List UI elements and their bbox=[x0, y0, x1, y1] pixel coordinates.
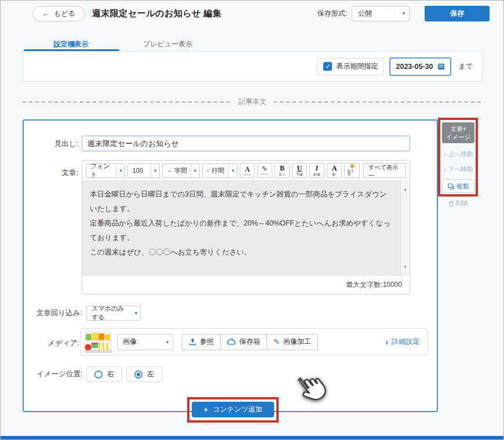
heading-value: 週末限定セールのお知らせ bbox=[87, 139, 179, 149]
position-right-label: 右 bbox=[107, 369, 114, 379]
emoji-smiley-icon bbox=[349, 164, 356, 168]
image-edit-label: 画像加工 bbox=[283, 337, 311, 347]
font-size-value: 100 bbox=[132, 167, 143, 174]
image-position-row: イメージ位置: 右 左 bbox=[36, 366, 162, 382]
chevron-right-icon: › bbox=[385, 338, 388, 346]
underline-button[interactable]: U 下線 bbox=[292, 163, 307, 178]
italic-glyph: I bbox=[316, 165, 319, 172]
header: ← もどる 週末限定セールのお知らせ 編集 保存形式: 公開 ▾ 保存 bbox=[32, 5, 490, 21]
detail-settings-link[interactable]: › 詳細設定 bbox=[385, 337, 419, 347]
save-button[interactable]: 保存 bbox=[425, 6, 490, 21]
down-arrow-icon: ↓ bbox=[444, 166, 447, 173]
move-up-button[interactable]: ↑ 上へ移動 bbox=[442, 150, 474, 158]
image-edit-button[interactable]: ✎ 画像加工 bbox=[266, 334, 318, 350]
emoji-button[interactable]: 絵文字 bbox=[344, 163, 360, 178]
heading-input[interactable]: 週末限定セールのお知らせ bbox=[82, 136, 410, 151]
max-chars-label: 最大文字数:10000 bbox=[346, 280, 402, 290]
storage-box-label: 保存箱 bbox=[239, 337, 260, 347]
underline-glyph: U bbox=[297, 165, 302, 172]
media-row: 画像 ▾ 参照 保存箱 ✎ 画像加工 › 詳細設定 bbox=[81, 328, 428, 355]
block-type-line2: イメージ bbox=[442, 133, 474, 141]
text-wrap-select[interactable]: スマホのみする ▾ bbox=[86, 306, 141, 321]
cloud-icon bbox=[227, 339, 236, 345]
caret-down-icon: ▾ bbox=[228, 164, 237, 177]
checkbox-checked-icon[interactable]: ✓ bbox=[323, 62, 332, 71]
save-format-select[interactable]: 公開 ▾ bbox=[352, 6, 410, 21]
media-type-value: 画像 bbox=[123, 337, 137, 347]
caret-down-icon: ▾ bbox=[151, 164, 159, 177]
media-type-select[interactable]: 画像 ▾ bbox=[117, 334, 173, 350]
article-body-divider: 記事本文 bbox=[23, 97, 483, 107]
delete-button[interactable]: 削除 bbox=[442, 199, 474, 208]
shadow-button[interactable]: A 影 bbox=[327, 163, 342, 178]
shadow-sub-label: 影 bbox=[333, 173, 336, 176]
char-spacing-select[interactable]: ↔ 字間 ▾ bbox=[162, 163, 200, 178]
tab-preview-view[interactable]: プレビュー表示 bbox=[119, 36, 216, 53]
display-period-checkbox-group[interactable]: ✓ 表示期間指定 bbox=[317, 58, 384, 75]
text-wrap-row: 文章回り込み: スマホのみする ▾ bbox=[36, 306, 141, 321]
caret-down-icon: ▾ bbox=[191, 164, 199, 177]
editor-toolbar: フォント ▾ 100 ▾ ↔ 字間 ▾ ↕ 行間 ▾ A ✎ bbox=[82, 161, 410, 180]
italic-sub-label: 斜体 bbox=[313, 173, 320, 176]
display-period-label: 表示期間指定 bbox=[336, 61, 378, 71]
image-position-label: イメージ位置: bbox=[36, 369, 82, 379]
scroll-up-icon[interactable]: ▲ bbox=[403, 182, 407, 197]
trash-icon bbox=[448, 201, 454, 207]
line-spacing-value: 行間 bbox=[211, 166, 224, 175]
divider-dash-left bbox=[23, 101, 232, 103]
display-period-panel: ✓ 表示期間指定 2023-05-30 まで bbox=[23, 51, 483, 82]
position-right-option[interactable]: 右 bbox=[86, 366, 122, 382]
line-spacing-icon: ↕ bbox=[207, 168, 210, 173]
text-wrap-value: スマホのみする bbox=[92, 304, 130, 322]
move-down-button[interactable]: ↓ 下へ移動 bbox=[442, 165, 474, 173]
upload-icon bbox=[189, 338, 196, 346]
body-textarea[interactable]: 本日金曜日から日曜日までの3日間、週末限定でキッチン雑貨の一部商品をプライスダウ… bbox=[82, 180, 410, 276]
block-type-button[interactable]: 文章+ イメージ bbox=[442, 122, 474, 143]
copy-icon bbox=[448, 183, 454, 190]
char-spacing-icon: ↔ bbox=[167, 168, 172, 173]
back-button[interactable]: ← もどる bbox=[32, 6, 85, 21]
italic-button[interactable]: I 斜体 bbox=[309, 163, 324, 178]
line-spacing-select[interactable]: ↕ 行間 ▾ bbox=[202, 163, 238, 178]
period-date-value: 2023-05-30 bbox=[396, 63, 433, 71]
rich-text-editor: フォント ▾ 100 ▾ ↔ 字間 ▾ ↕ 行間 ▾ A ✎ bbox=[82, 160, 410, 294]
body-text-line: 定番商品から最近入荷したばかりの新作まで、20%～40%OFFとたいへんお求めや… bbox=[90, 216, 393, 245]
move-up-label: 上へ移動 bbox=[448, 150, 473, 158]
font-family-select[interactable]: フォント ▾ bbox=[86, 163, 125, 178]
caret-down-icon: ▾ bbox=[166, 339, 169, 345]
bold-button[interactable]: B 太く bbox=[275, 163, 290, 178]
add-content-button[interactable]: + コンテンツ追加 bbox=[192, 402, 274, 417]
duplicate-button[interactable]: 複製 bbox=[442, 179, 474, 193]
media-thumbnail-image[interactable] bbox=[85, 331, 112, 353]
bold-glyph: B bbox=[280, 165, 284, 172]
font-size-select[interactable]: 100 ▾ bbox=[127, 163, 160, 178]
detail-settings-label: 詳細設定 bbox=[392, 337, 419, 347]
text-color-button[interactable]: A bbox=[240, 163, 255, 178]
up-arrow-icon: ↑ bbox=[444, 151, 447, 158]
calendar-icon[interactable] bbox=[437, 63, 445, 70]
caret-down-icon: ▾ bbox=[116, 164, 125, 177]
caret-down-icon: ▾ bbox=[135, 310, 138, 316]
highlight-color-swatch bbox=[261, 173, 268, 175]
browse-button[interactable]: 参照 bbox=[182, 334, 221, 350]
char-spacing-value: 字間 bbox=[174, 166, 187, 175]
storage-box-button[interactable]: 保存箱 bbox=[220, 334, 267, 350]
add-content-label: コンテンツ追加 bbox=[213, 405, 262, 414]
period-date-input[interactable]: 2023-05-30 bbox=[389, 57, 451, 76]
show-all-tools-button[interactable]: すべて表示— bbox=[363, 163, 406, 178]
text-color-glyph: A bbox=[245, 166, 250, 173]
bold-sub-label: 太く bbox=[279, 173, 286, 176]
radio-unchecked-icon[interactable] bbox=[94, 370, 103, 379]
delete-label: 削除 bbox=[456, 199, 468, 208]
text-color-swatch bbox=[243, 174, 251, 176]
scroll-down-icon[interactable]: ▼ bbox=[403, 260, 407, 274]
highlight-button[interactable]: ✎ bbox=[257, 163, 272, 178]
radio-checked-icon[interactable] bbox=[134, 370, 143, 379]
plus-icon: + bbox=[204, 405, 209, 414]
position-left-option[interactable]: 左 bbox=[126, 366, 162, 382]
body-text-line: 本日金曜日から日曜日までの3日間、週末限定でキッチン雑貨の一部商品をプライスダウ… bbox=[90, 187, 393, 216]
back-button-label: もどる bbox=[54, 9, 75, 19]
textarea-scrollbar[interactable]: ▲ ▼ bbox=[400, 180, 410, 276]
emoji-sub-label: 絵文字 bbox=[347, 169, 356, 176]
shadow-glyph: A bbox=[332, 165, 337, 172]
